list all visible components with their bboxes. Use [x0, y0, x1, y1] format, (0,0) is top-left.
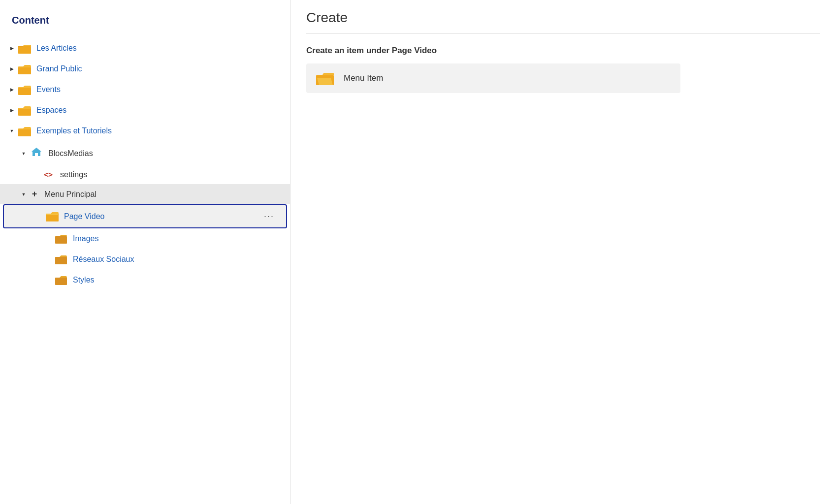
folder-icon — [45, 211, 59, 222]
chevron-icon — [8, 66, 16, 71]
svg-rect-19 — [55, 279, 67, 284]
item-label-menu-principal: Menu Principal — [44, 190, 282, 199]
chevron-icon — [8, 108, 16, 113]
page-title: Create — [306, 10, 820, 34]
chevron-icon — [20, 151, 28, 156]
tree-item-menu-principal[interactable]: + Menu Principal — [0, 184, 290, 204]
svg-rect-12 — [46, 215, 59, 221]
home-icon — [30, 146, 43, 160]
folder-icon — [54, 275, 68, 285]
svg-rect-2 — [18, 47, 31, 54]
plus-icon: + — [30, 189, 39, 199]
tree-item-page-video[interactable]: Page Video ··· — [3, 204, 287, 228]
folder-icon — [18, 43, 32, 54]
chevron-icon — [20, 192, 28, 197]
create-folder-open-icon — [316, 71, 334, 85]
create-menu-item-label: Menu Item — [344, 73, 383, 83]
tree-item-exemples-tutoriels[interactable]: Exemples et Tutoriels — [0, 121, 290, 141]
item-label-reseaux-sociaux: Réseaux Sociaux — [73, 255, 282, 264]
tree-item-settings[interactable]: <> settings — [0, 165, 290, 184]
folder-icon — [18, 105, 32, 116]
ellipsis-button[interactable]: ··· — [260, 210, 278, 222]
tree-item-images[interactable]: Images — [0, 228, 290, 249]
svg-rect-4 — [18, 67, 31, 74]
svg-rect-6 — [18, 88, 31, 94]
item-label-les-articles: Les Articles — [36, 44, 282, 53]
tree-item-reseaux-sociaux[interactable]: Réseaux Sociaux — [0, 249, 290, 270]
item-label-styles: Styles — [73, 276, 282, 284]
create-menu-item-row[interactable]: Menu Item — [306, 63, 680, 93]
item-label-images: Images — [73, 234, 282, 243]
tree-item-events[interactable]: Events — [0, 79, 290, 100]
item-label-settings: settings — [60, 170, 282, 179]
item-label-exemples-tutoriels: Exemples et Tutoriels — [36, 126, 282, 135]
folder-icon — [54, 233, 68, 244]
left-panel: Content Les Articles Grand Public — [0, 0, 290, 504]
svg-rect-10 — [18, 129, 31, 136]
folder-icon — [18, 84, 32, 95]
tree-item-grand-public[interactable]: Grand Public — [0, 59, 290, 79]
right-panel: Create Create an item under Page Video M… — [290, 0, 836, 504]
chevron-icon — [8, 128, 16, 133]
tree-item-espaces[interactable]: Espaces — [0, 100, 290, 121]
folder-icon — [18, 63, 32, 74]
item-label-espaces: Espaces — [36, 106, 282, 115]
item-label-events: Events — [36, 85, 282, 94]
svg-rect-13 — [46, 214, 58, 215]
tree-item-blocs-medias[interactable]: BlocsMedias — [0, 141, 290, 165]
tree-item-styles[interactable]: Styles — [0, 270, 290, 290]
folder-icon — [18, 126, 32, 136]
folder-icon — [54, 254, 68, 265]
item-label-grand-public: Grand Public — [36, 64, 282, 73]
svg-rect-8 — [18, 109, 31, 115]
item-label-blocs-medias: BlocsMedias — [48, 149, 282, 158]
code-icon: <> — [41, 170, 55, 179]
chevron-icon — [8, 87, 16, 92]
svg-rect-17 — [55, 258, 67, 264]
chevron-icon — [8, 46, 16, 51]
svg-rect-15 — [55, 237, 67, 243]
panel-title: Content — [0, 10, 290, 38]
tree-item-les-articles[interactable]: Les Articles — [0, 38, 290, 59]
item-label-page-video: Page Video — [64, 212, 260, 221]
create-subtitle: Create an item under Page Video — [306, 46, 820, 56]
